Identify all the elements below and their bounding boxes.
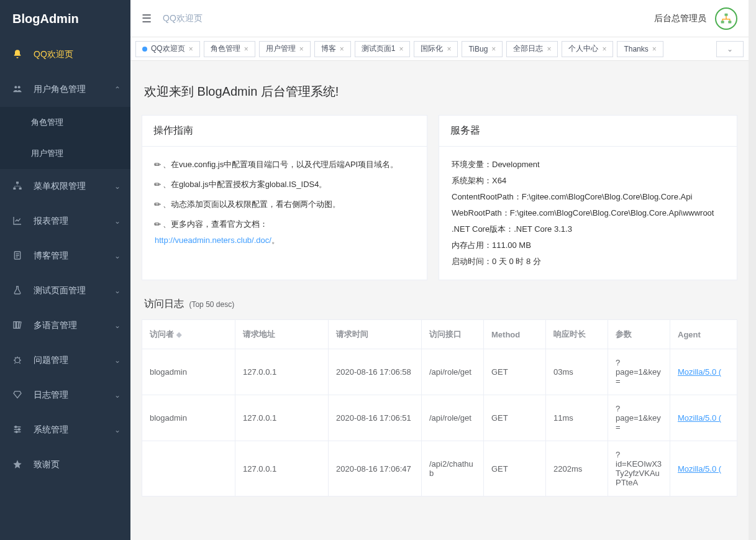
sidebar-item-9[interactable]: 系统管理⌄ <box>0 413 130 447</box>
welcome-title: 欢迎来到 BlogAdmin 后台管理系统! <box>144 83 737 100</box>
log-col-1[interactable]: 请求地址 <box>235 320 329 349</box>
server-panel: 服务器 环境变量：Development系统架构：X64ContentRootP… <box>439 115 737 280</box>
sidebar-item-2[interactable]: 菜单权限管理⌄ <box>0 169 130 204</box>
sidebar-item-1[interactable]: 用户角色管理⌃ <box>0 72 130 107</box>
tab-label: 全部日志 <box>513 43 543 54</box>
svg-rect-12 <box>725 13 728 16</box>
tab-label: TiBug <box>468 45 488 53</box>
sidebar-item-8[interactable]: 日志管理⌄ <box>0 378 130 413</box>
close-icon[interactable]: × <box>652 45 657 53</box>
tab-2[interactable]: 用户管理× <box>259 41 311 57</box>
tab-1[interactable]: 角色管理× <box>204 41 255 57</box>
cell: /api/role/get <box>422 395 484 441</box>
table-row: 127.0.0.12020-08-16 17:06:47/api2/chathu… <box>142 441 737 497</box>
tab-label: Thanks <box>624 45 648 53</box>
svg-point-10 <box>18 428 20 430</box>
sidebar-item-10[interactable]: 致谢页 <box>0 447 130 482</box>
hamburger-icon[interactable]: ☰ <box>142 12 152 25</box>
sidebar-item-6[interactable]: 多语言管理⌄ <box>0 308 130 343</box>
cell-agent: Mozilla/5.0 ( <box>670 395 737 441</box>
tabs-bar: QQ欢迎页×角色管理×用户管理×博客×测试页面1×国际化×TiBug×全部日志×… <box>130 37 749 61</box>
sidebar-item-0[interactable]: QQ欢迎页 <box>0 37 130 72</box>
sidebar-item-3[interactable]: 报表管理⌄ <box>0 204 130 239</box>
user-name[interactable]: 后台总管理员 <box>654 13 706 24</box>
log-col-5[interactable]: 响应时长 <box>546 320 608 349</box>
sidebar: BlogAdmin QQ欢迎页用户角色管理⌃角色管理用户管理菜单权限管理⌄报表管… <box>0 0 130 540</box>
sidebar-subitem-1-1[interactable]: 用户管理 <box>0 138 130 169</box>
tab-label: 博客 <box>321 43 336 54</box>
chevron-down-icon: ⌄ <box>114 182 121 191</box>
sidebar-item-4[interactable]: 博客管理⌄ <box>0 239 130 273</box>
cell: 2020-08-16 17:06:58 <box>329 349 422 395</box>
guide-line-1: ✎、在global.js中配置授权方案global.IS_IDS4。 <box>155 176 414 193</box>
svg-rect-14 <box>728 21 731 23</box>
doc-icon <box>12 250 27 262</box>
sidebar-item-5[interactable]: 测试页面管理⌄ <box>0 273 130 308</box>
bug-icon <box>12 355 27 367</box>
close-icon[interactable]: × <box>244 45 248 53</box>
cell <box>142 441 235 497</box>
close-icon[interactable]: × <box>547 45 551 53</box>
agent-link[interactable]: Mozilla/5.0 ( <box>678 367 721 377</box>
sidebar-item-label: 报表管理 <box>34 216 68 227</box>
server-line-1: 系统架构：X64 <box>452 173 724 189</box>
tab-0[interactable]: QQ欢迎页× <box>135 41 200 57</box>
log-col-0[interactable]: 访问者◆ <box>142 320 235 349</box>
cell-agent: Mozilla/5.0 ( <box>670 441 737 497</box>
doc-link[interactable]: http://vueadmin.neters.club/.doc/ <box>155 236 271 245</box>
tab-7[interactable]: 全部日志× <box>506 41 558 57</box>
close-icon[interactable]: × <box>447 45 451 53</box>
close-icon[interactable]: × <box>299 45 304 53</box>
log-col-3[interactable]: 访问接口 <box>422 320 484 349</box>
main: ☰ QQ欢迎页 后台总管理员 QQ欢迎页×角色管理×用户管理×博客×测试页面1×… <box>130 0 749 540</box>
close-icon[interactable]: × <box>340 45 344 53</box>
sidebar-item-label: QQ欢迎页 <box>34 49 73 60</box>
close-icon[interactable]: × <box>399 45 403 53</box>
agent-link[interactable]: Mozilla/5.0 ( <box>678 413 721 423</box>
avatar[interactable] <box>715 7 737 30</box>
scrollbar[interactable] <box>749 0 756 540</box>
sitemap-icon <box>12 181 27 193</box>
tabs-dropdown[interactable]: ⌄ <box>716 41 744 57</box>
tab-6[interactable]: TiBug× <box>462 41 503 57</box>
tab-8[interactable]: 个人中心× <box>562 41 613 57</box>
guide-line-0: ✎、在vue.config.js中配置项目端口号，以及代理后端API项目域名。 <box>155 157 414 173</box>
server-line-6: 启动时间：0 天 0 时 8 分 <box>452 254 724 270</box>
log-col-2[interactable]: 请求时间 <box>329 320 422 349</box>
tab-9[interactable]: Thanks× <box>617 41 663 57</box>
cell: /api2/chathub <box>422 441 484 497</box>
guide-line-3: ✎、更多内容，查看官方文档：http://vueadmin.neters.clu… <box>155 216 414 249</box>
log-col-4[interactable]: Method <box>484 320 546 349</box>
tab-4[interactable]: 测试页面1× <box>355 41 411 57</box>
cell: 11ms <box>546 395 608 441</box>
chart-icon <box>12 216 27 227</box>
cell-agent: Mozilla/5.0 ( <box>670 349 737 395</box>
guide-title: 操作指南 <box>142 116 427 147</box>
svg-point-1 <box>18 86 20 88</box>
cell: 127.0.0.1 <box>235 395 329 441</box>
cell: 2020-08-16 17:06:51 <box>329 395 422 441</box>
close-icon[interactable]: × <box>602 45 606 53</box>
cell: ?page=1&key= <box>608 395 670 441</box>
sidebar-subitem-1-0[interactable]: 角色管理 <box>0 107 130 138</box>
chevron-down-icon: ⌄ <box>114 391 121 400</box>
cell: ?page=1&key= <box>608 349 670 395</box>
tab-3[interactable]: 博客× <box>314 41 351 57</box>
sidebar-menu: QQ欢迎页用户角色管理⌃角色管理用户管理菜单权限管理⌄报表管理⌄博客管理⌄测试页… <box>0 37 130 540</box>
server-line-3: WebRootPath：F:\gitee.com\BlogCore\Blog.C… <box>452 205 724 221</box>
chevron-down-icon: ⌄ <box>114 286 121 295</box>
log-col-7[interactable]: Agent <box>670 320 737 349</box>
sidebar-item-7[interactable]: 问题管理⌄ <box>0 343 130 378</box>
sort-icon[interactable]: ◆ <box>176 331 181 338</box>
log-col-6[interactable]: 参数 <box>608 320 670 349</box>
close-icon[interactable]: × <box>491 45 496 53</box>
agent-link[interactable]: Mozilla/5.0 ( <box>678 464 721 474</box>
sidebar-item-label: 测试页面管理 <box>34 285 86 296</box>
tab-5[interactable]: 国际化× <box>414 41 458 57</box>
books-icon <box>12 320 27 332</box>
chevron-down-icon: ⌄ <box>114 321 121 330</box>
cell: 127.0.0.1 <box>235 441 329 497</box>
log-title: 访问日志 (Top 50 desc) <box>144 298 737 311</box>
close-icon[interactable]: × <box>189 45 193 53</box>
chevron-down-icon: ⌄ <box>114 356 121 365</box>
